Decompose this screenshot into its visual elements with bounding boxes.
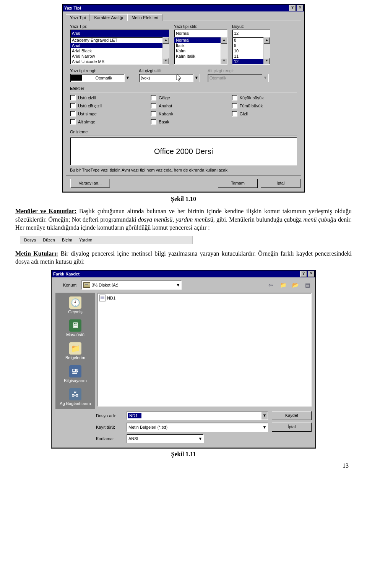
folder-icon: 📁 [69, 342, 81, 355]
subscript-checkbox[interactable]: Alt simge [70, 119, 135, 125]
font-input[interactable]: Arial [70, 29, 169, 37]
scroll-down-icon[interactable]: ▼ [221, 58, 227, 64]
size-list-scroll[interactable]: ▲ ▼ [263, 37, 270, 64]
close-button[interactable]: × [308, 271, 315, 277]
preview-group-label: Önizleme [70, 130, 297, 134]
font-list-scroll[interactable]: ▲ ▼ [162, 37, 169, 64]
scroll-up-icon[interactable]: ▲ [163, 37, 169, 44]
engrave-checkbox[interactable]: Basık [151, 119, 216, 125]
place-network[interactable]: 🖧 Ağ Bağlantılarım [57, 386, 94, 407]
checkbox-icon [151, 119, 156, 125]
checkbox-icon [232, 95, 237, 100]
paragraph-textboxes: Metin Kutuları: Bir diyalog penceresi iç… [15, 249, 352, 266]
font-list-item[interactable]: Arial Narrow [70, 53, 169, 59]
superscript-checkbox[interactable]: Üst simge [70, 111, 135, 117]
place-documents[interactable]: 📁 Belgelerim [57, 340, 94, 361]
checkbox-icon [232, 103, 237, 109]
example-menubar: Dosya Düzen Biçim Yardım [20, 236, 193, 244]
menu-edit[interactable]: Düzen [43, 238, 55, 242]
checkbox-icon [70, 103, 76, 109]
checkbox-icon [151, 111, 156, 117]
chevron-down-icon: ▼ [197, 436, 203, 441]
default-button[interactable]: Varsayılan... [70, 179, 110, 188]
figure-caption-2: Şekil 1.11 [15, 451, 352, 458]
close-button[interactable]: × [297, 5, 304, 11]
encoding-label: Kodlama: [96, 436, 123, 441]
ok-button[interactable]: Tamam [218, 179, 258, 188]
checkbox-icon [70, 111, 76, 117]
outline-checkbox[interactable]: Anahat [151, 103, 216, 109]
style-list-item[interactable]: Kalın [174, 48, 227, 53]
style-list-scroll[interactable]: ▲ ▼ [221, 37, 227, 64]
views-icon[interactable]: ▤ [303, 281, 312, 289]
filename-input[interactable]: ND1 ▼ [127, 411, 268, 420]
allcaps-checkbox[interactable]: Tümü büyük [232, 103, 297, 109]
strike-checkbox[interactable]: Üstü çizili [70, 95, 135, 100]
place-computer[interactable]: 🖳 Bilgisayarım [57, 363, 94, 384]
style-list-item[interactable]: Normal [174, 37, 227, 43]
double-strike-checkbox[interactable]: Üstü çift çizili [70, 103, 135, 109]
emboss-checkbox[interactable]: Kabarık [151, 111, 216, 117]
style-label: Yazı tipi stili: [174, 24, 227, 29]
style-listbox[interactable]: Normal İtalik Kalın Kalın İtalik ▲ ▼ [174, 37, 227, 65]
places-bar: 🕘 Geçmiş 🖥 Masaüstü 📁 Belgelerim 🖳 Bilgi… [55, 293, 95, 409]
new-folder-icon[interactable]: 📂 [291, 281, 299, 289]
place-desktop[interactable]: 🖥 Masaüstü [57, 317, 94, 339]
font-list-item[interactable]: Arial [70, 43, 169, 48]
font-color-dropdown[interactable]: Otomatik ▼ [70, 74, 131, 82]
font-listbox[interactable]: Academy Engraved LET Arial Arial Black A… [70, 37, 169, 65]
cancel-button[interactable]: İptal [272, 423, 312, 432]
divider [70, 92, 297, 93]
menu-file[interactable]: Dosya [24, 238, 36, 242]
place-history[interactable]: 🕘 Geçmiş [57, 294, 94, 316]
font-label: Yazı Tipi: [70, 24, 169, 29]
size-input[interactable]: 12 [232, 29, 270, 37]
font-list-item[interactable]: Academy Engraved LET [70, 37, 169, 43]
tab-text-effects[interactable]: Metin Efektleri [127, 14, 162, 21]
scroll-up-icon[interactable]: ▲ [221, 37, 227, 44]
help-button[interactable]: ? [300, 271, 307, 277]
save-button[interactable]: Kaydet [272, 411, 312, 420]
paragraph-menus: Menüler ve Komutlar: Başlık çubuğunun al… [15, 207, 352, 232]
saveas-titlebar[interactable]: Farklı Kaydet ? × [52, 271, 315, 277]
font-dialog-titlebar[interactable]: Yazı Tipi ? × [63, 5, 304, 11]
tab-char-spacing[interactable]: Karakter Aralığı [90, 14, 127, 21]
checkbox-icon [70, 119, 76, 125]
up-folder-icon[interactable]: 📁 [279, 281, 287, 289]
scroll-down-icon[interactable]: ▼ [264, 58, 270, 64]
menu-help[interactable]: Yardım [79, 238, 93, 242]
scroll-up-icon[interactable]: ▲ [264, 37, 270, 44]
saveas-dialog: Farklı Kaydet ? × Konum: 3½ Disket (A:) … [51, 270, 316, 449]
underline-dropdown[interactable]: (yok) ▼ [139, 74, 200, 82]
help-button[interactable]: ? [289, 5, 296, 11]
font-list-item[interactable]: Arial Black [70, 48, 169, 53]
cancel-button[interactable]: İptal [261, 179, 300, 188]
font-list-item[interactable]: Arial Unicode MS [70, 59, 169, 64]
style-list-item[interactable]: İtalik [174, 43, 227, 48]
font-dialog: Yazı Tipi ? × Yazı Tipi Karakter Aralığı… [62, 4, 305, 193]
back-icon[interactable]: ⇦ [266, 281, 275, 289]
style-input[interactable]: Normal [174, 29, 227, 37]
menu-format[interactable]: Biçim [62, 238, 72, 242]
encoding-combo[interactable]: ANSI ▼ [127, 434, 204, 443]
floppy-icon [83, 282, 90, 288]
filetype-combo[interactable]: Metin Belgeleri (*.txt) ▼ [127, 423, 268, 432]
figure-caption-1: Şekil 1.10 [15, 196, 352, 202]
smallcaps-checkbox[interactable]: Küçük büyük [232, 95, 297, 100]
chevron-down-icon: ▼ [261, 412, 268, 420]
chevron-down-icon: ▼ [261, 425, 268, 429]
filename-label: Dosya adı: [96, 413, 123, 418]
font-tab-pane: Yazı Tipi: Arial Academy Engraved LET Ar… [66, 21, 301, 176]
hidden-checkbox[interactable]: Gizli [232, 111, 297, 117]
style-list-item[interactable]: Kalın İtalik [174, 53, 227, 59]
file-item[interactable]: ND1 [99, 295, 310, 301]
location-combo[interactable]: 3½ Disket (A:) ▼ [81, 280, 182, 290]
tab-font[interactable]: Yazı Tipi [66, 14, 90, 21]
history-icon: 🕘 [69, 296, 81, 309]
file-list[interactable]: ND1 [97, 293, 312, 407]
shadow-checkbox[interactable]: Gölge [151, 95, 216, 100]
size-listbox[interactable]: 8 9 10 11 12 ▲ ▼ [232, 37, 270, 65]
checkbox-icon [70, 95, 76, 100]
scroll-down-icon[interactable]: ▼ [163, 58, 169, 64]
dialog-title: Yazı Tipi [64, 6, 81, 10]
